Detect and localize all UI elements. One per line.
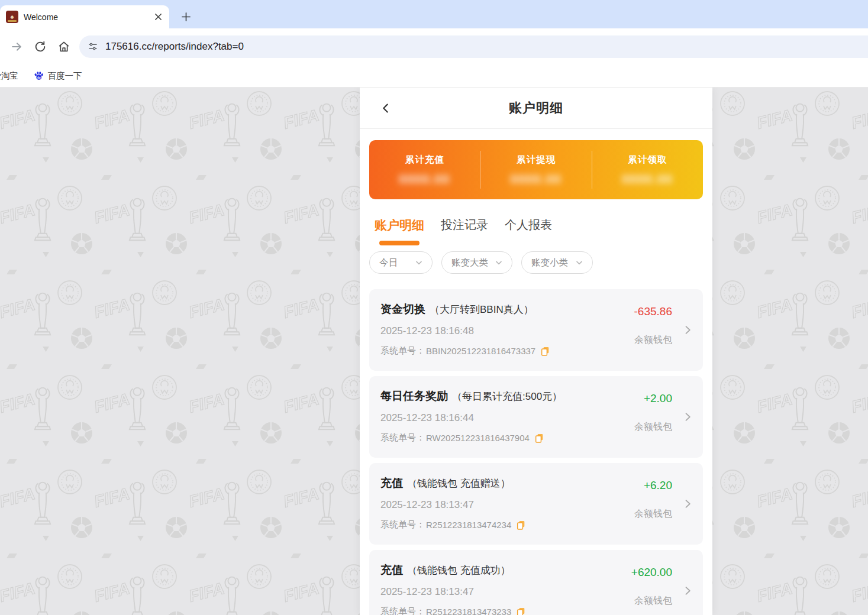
url-bar[interactable]: 175616.cc/reports/index?tab=0 <box>79 35 868 58</box>
back-button[interactable] <box>375 98 396 119</box>
bookmark-taobao[interactable]: 爱淘宝 <box>0 70 18 82</box>
copy-icon <box>517 607 525 615</box>
copy-icon <box>541 347 550 356</box>
txn-note: （大厅转到BBIN真人） <box>430 303 534 316</box>
transaction-row[interactable]: 充值 （钱能钱包 充值成功） 2025-12-23 18:13:47 系统单号：… <box>369 550 703 615</box>
txn-wallet: 余额钱包 <box>634 334 672 347</box>
txn-title: 充值 <box>380 562 403 578</box>
masked-value: 8888.88 <box>399 173 450 186</box>
txn-datetime: 2025-12-23 18:16:44 <box>380 412 602 424</box>
forward-button[interactable] <box>5 35 28 59</box>
forward-icon <box>10 40 23 53</box>
chevron-down-icon <box>414 258 424 267</box>
txn-amount: +2.00 <box>634 392 672 405</box>
close-icon <box>154 13 162 21</box>
tab-close-button[interactable] <box>153 12 163 22</box>
tab-account-detail[interactable]: 账户明细 <box>375 213 424 251</box>
tab-title: Welcome <box>24 12 153 22</box>
filter-date-dropdown[interactable]: 今日 <box>369 251 433 274</box>
txn-datetime: 2025-12-23 18:13:47 <box>380 586 602 598</box>
txn-title: 充值 <box>380 475 403 491</box>
order-label: 系统单号： <box>380 519 425 530</box>
tab-bet-records[interactable]: 投注记录 <box>441 213 488 251</box>
new-tab-button[interactable] <box>178 8 194 25</box>
txn-wallet: 余额钱包 <box>631 595 672 607</box>
txn-note: （每日累计充值:500元） <box>452 390 562 403</box>
summary-total-withdraw: 累计提现 8888.88 <box>480 140 591 199</box>
bookmark-baidu[interactable]: du 百度一下 <box>34 70 82 82</box>
txn-amount: -635.86 <box>634 305 672 318</box>
home-icon <box>57 40 70 53</box>
reload-icon <box>34 40 47 53</box>
account-detail-panel: 账户明细 累计充值 8888.88 累计提现 8888.88 累计领取 8888… <box>360 88 712 615</box>
filter-minor-category-dropdown[interactable]: 账变小类 <box>521 251 593 274</box>
page-background: FIFA <box>0 88 868 615</box>
site-favicon: ♠ <box>6 11 18 23</box>
summary-total-deposit: 累计充值 8888.88 <box>369 140 480 199</box>
order-label: 系统单号： <box>380 432 425 444</box>
copy-button[interactable] <box>517 520 525 530</box>
order-number: RW202512231816437904 <box>426 433 530 443</box>
filters-row: 今日 账变大类 账变小类 <box>360 251 712 283</box>
reload-button[interactable] <box>28 35 52 59</box>
txn-note: （钱能钱包 充值成功） <box>407 564 511 577</box>
txn-title: 每日任务奖励 <box>380 389 448 404</box>
order-label: 系统单号： <box>380 606 425 615</box>
tune-icon <box>88 41 98 52</box>
active-tab-underline <box>379 241 420 245</box>
chevron-left-icon <box>379 102 392 115</box>
order-number: R2512231813474234 <box>426 520 511 530</box>
home-button[interactable] <box>52 35 76 59</box>
txn-wallet: 余额钱包 <box>634 421 672 433</box>
summary-total-claim: 累计领取 8888.88 <box>592 140 703 199</box>
order-number: R2512231813473233 <box>426 607 511 615</box>
chevron-down-icon <box>494 258 504 267</box>
summary-card: 累计充值 8888.88 累计提现 8888.88 累计领取 8888.88 <box>369 140 703 199</box>
url-text: 175616.cc/reports/index?tab=0 <box>105 41 244 53</box>
chevron-down-icon <box>575 258 584 267</box>
copy-button[interactable] <box>541 347 550 356</box>
chevron-right-icon[interactable] <box>682 584 693 597</box>
browser-tabstrip: ♠ Welcome <box>0 0 868 28</box>
plus-icon <box>182 12 191 21</box>
order-number: BBIN202512231816473337 <box>426 346 535 356</box>
page-title: 账户明细 <box>509 99 563 117</box>
copy-icon <box>517 520 525 530</box>
section-tabs: 账户明细 投注记录 个人报表 <box>360 213 712 251</box>
transaction-row[interactable]: 每日任务奖励 （每日累计充值:500元） 2025-12-23 18:16:44… <box>369 376 703 458</box>
txn-wallet: 余额钱包 <box>634 508 672 520</box>
transaction-list: 资金切换 （大厅转到BBIN真人） 2025-12-23 18:16:48 系统… <box>360 283 712 615</box>
masked-value: 8888.88 <box>622 173 673 186</box>
masked-value: 8888.88 <box>511 173 562 186</box>
transaction-row[interactable]: 资金切换 （大厅转到BBIN真人） 2025-12-23 18:16:48 系统… <box>369 289 703 371</box>
copy-button[interactable] <box>517 607 525 615</box>
order-label: 系统单号： <box>380 345 425 357</box>
txn-title: 资金切换 <box>380 302 425 317</box>
chevron-right-icon[interactable] <box>682 410 693 423</box>
chevron-right-icon[interactable] <box>682 497 693 510</box>
browser-toolbar: 175616.cc/reports/index?tab=0 <box>0 28 868 65</box>
txn-amount: +6.20 <box>634 479 672 492</box>
copy-button[interactable] <box>535 433 544 443</box>
svg-text:du: du <box>37 76 40 79</box>
txn-datetime: 2025-12-23 18:13:47 <box>380 499 602 511</box>
txn-amount: +620.00 <box>631 566 672 579</box>
transaction-row[interactable]: 充值 （钱能钱包 充值赠送） 2025-12-23 18:13:47 系统单号：… <box>369 463 703 545</box>
copy-icon <box>535 433 544 443</box>
txn-note: （钱能钱包 充值赠送） <box>407 477 511 490</box>
baidu-paw-icon: du <box>34 71 44 81</box>
bookmarks-bar: 爱淘宝 du 百度一下 <box>0 65 868 88</box>
filter-major-category-dropdown[interactable]: 账变大类 <box>441 251 512 274</box>
tab-personal-report[interactable]: 个人报表 <box>505 213 552 251</box>
browser-tab[interactable]: ♠ Welcome <box>0 5 169 28</box>
txn-datetime: 2025-12-23 18:16:48 <box>380 325 602 337</box>
panel-header: 账户明细 <box>360 88 712 129</box>
chevron-right-icon[interactable] <box>682 323 693 336</box>
